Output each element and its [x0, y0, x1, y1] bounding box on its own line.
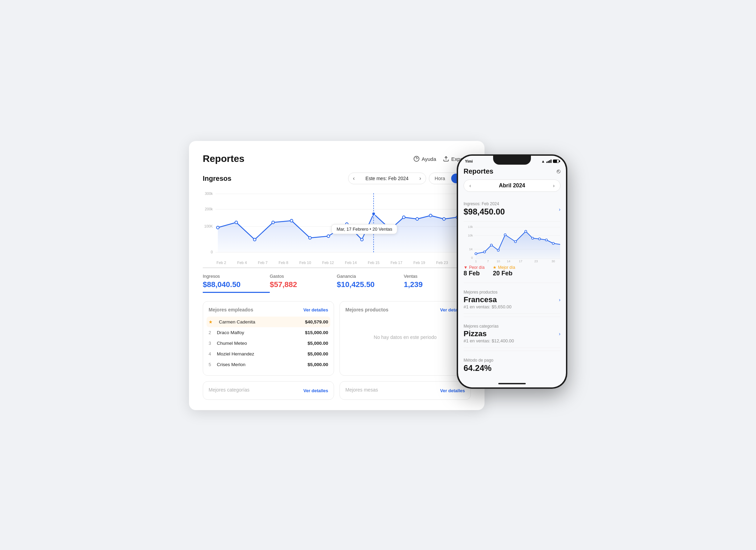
best-employees-card: Mejores empleados Ver detalles ★ Carmen … [203, 301, 334, 376]
employee-amount-4: $5,000.00 [308, 351, 328, 356]
phone-content: Reportes ⎋ ‹ Abril 2024 › Ingresos: Feb … [458, 165, 566, 380]
phone-header: Reportes ⎋ [464, 165, 560, 179]
no-data-message: No hay datos en este periodo [345, 317, 465, 358]
current-date: Este mes: Feb 2024 [359, 174, 415, 183]
share-icon[interactable]: ⎋ [557, 168, 560, 175]
phone-chart-svg: 13k 10k 1K 0 [464, 224, 560, 262]
svg-text:30: 30 [552, 260, 555, 262]
phone-next-date[interactable]: › [553, 183, 555, 188]
svg-point-38 [504, 234, 506, 236]
employee-rank-3: 3 [209, 341, 215, 346]
stat-gastos-label: Gastos [270, 274, 337, 279]
phone-wrapper: Yimi ▲ [457, 155, 567, 388]
svg-point-12 [272, 221, 275, 224]
svg-text:14: 14 [507, 260, 510, 262]
svg-point-20 [402, 216, 405, 219]
svg-point-41 [532, 237, 534, 239]
worst-day-value: 8 Feb [464, 270, 485, 277]
employee-rank-5: 5 [209, 362, 215, 367]
best-mesas-ver-detalles[interactable]: Ver detalles [440, 388, 465, 393]
employee-row-1[interactable]: ★ Carmen Cadenita $40,579.00 [207, 317, 330, 327]
stat-ganancia-label: Ganancia [337, 274, 404, 279]
svg-point-13 [290, 219, 293, 222]
desktop-header: Reportes Ayuda Exportar [203, 153, 471, 164]
phone-payment-section: Método de pago 64.24% [464, 354, 560, 380]
hora-toggle[interactable]: Hora [429, 174, 451, 183]
stat-ganancia[interactable]: Ganancia $10,425.50 [337, 268, 404, 293]
stat-ingresos[interactable]: Ingresos $88,040.50 [203, 268, 270, 293]
chart-svg: 300k 200k 100K 0 [203, 190, 471, 258]
svg-text:0: 0 [211, 250, 213, 254]
employee-amount-1: $40,579.00 [305, 319, 328, 324]
employee-row-4[interactable]: 4 Moziel Hernandez $5,000.00 [209, 349, 328, 359]
svg-point-42 [538, 238, 541, 240]
down-arrow-icon: ▼ [464, 265, 468, 270]
best-products-title: Mejores productos [345, 307, 388, 312]
employee-amount-2: $15,000.00 [305, 330, 328, 335]
battery-icon [553, 160, 559, 163]
best-day-item: ★ Mejor día 20 Feb [493, 265, 515, 277]
best-employees-title: Mejores empleados [209, 307, 253, 312]
export-icon [443, 156, 449, 162]
best-mesas-title: Mejores mesas [345, 387, 378, 393]
x-axis: Feb 2 Feb 4 Feb 7 Feb 8 Feb 10 Feb 12 Fe… [203, 258, 471, 265]
svg-point-37 [497, 249, 499, 251]
worst-day-label: ▼ Peor día [464, 265, 485, 270]
employee-name-5: Crises Merlon [217, 362, 308, 367]
date-pill: ‹ Este mes: Feb 2024 › [348, 173, 426, 184]
divider-2 [464, 317, 560, 317]
ingresos-title: Ingresos [203, 175, 231, 183]
phone-categories-name: Pizzas [464, 329, 514, 338]
help-icon [413, 156, 420, 162]
svg-point-40 [525, 230, 527, 232]
phone-chart: 13k 10k 1K 0 [464, 224, 560, 262]
employee-name-1: Carmen Cadenita [219, 319, 305, 324]
home-bar-area [458, 380, 566, 387]
phone-categories-row[interactable]: Mejores categorías Pizzas #1 en ventas: … [464, 320, 560, 348]
best-categories-ver-detalles[interactable]: Ver detalles [303, 388, 328, 393]
svg-point-14 [309, 236, 311, 239]
svg-text:100K: 100K [204, 224, 213, 228]
help-button[interactable]: Ayuda [413, 156, 436, 162]
svg-text:300k: 300k [205, 191, 213, 196]
page-title: Reportes [203, 153, 244, 164]
svg-point-15 [327, 235, 330, 238]
svg-text:1: 1 [475, 260, 477, 262]
phone-products-row[interactable]: Mejores productos Francesa #1 en ventas:… [464, 286, 560, 314]
employee-row-2[interactable]: 2 Draco Malfoy $15,000.00 [209, 327, 328, 338]
phone-ingresos-label: Ingresos: Feb 2024 [464, 201, 505, 206]
svg-point-19 [389, 228, 392, 231]
stat-ingresos-value: $88,040.50 [203, 280, 270, 289]
svg-point-23 [443, 218, 445, 220]
stat-gastos[interactable]: Gastos $57,882 [270, 268, 337, 293]
svg-point-21 [416, 218, 419, 220]
phone-notch [493, 156, 531, 165]
worst-day-item: ▼ Peor día 8 Feb [464, 265, 485, 277]
tables-row: Mejores empleados Ver detalles ★ Carmen … [203, 301, 471, 376]
phone-products-name: Francesa [464, 295, 512, 304]
best-categories-title: Mejores categorías [209, 387, 249, 393]
employee-name-2: Draco Malfoy [217, 330, 305, 335]
employee-row-5[interactable]: 5 Crises Merlon $5,000.00 [209, 359, 328, 370]
svg-point-22 [429, 214, 432, 217]
svg-point-43 [545, 239, 547, 241]
chart-area: 300k 200k 100K 0 [203, 190, 471, 258]
employee-row-3[interactable]: 3 Chumel Meteo $5,000.00 [209, 338, 328, 349]
phone-payment-label: Método de pago [464, 358, 560, 363]
svg-text:0: 0 [471, 256, 473, 260]
stat-ganancia-value: $10,425.50 [337, 280, 404, 289]
next-date-button[interactable]: › [415, 173, 426, 184]
phone-status-right: ▲ [541, 159, 559, 163]
employee-rank-1: ★ [209, 319, 215, 324]
phone-ingresos-row[interactable]: Ingresos: Feb 2024 $98,450.00 › [464, 197, 560, 222]
svg-point-44 [552, 242, 554, 244]
phone-prev-date[interactable]: ‹ [469, 183, 471, 188]
svg-point-16 [345, 223, 348, 226]
svg-text:10k: 10k [468, 234, 473, 237]
phone-categories-arrow: › [559, 331, 560, 337]
best-categories-card: Mejores categorías Ver detalles [203, 381, 334, 400]
stats-row: Ingresos $88,040.50 Gastos $57,882 Ganan… [203, 267, 471, 293]
prev-date-button[interactable]: ‹ [348, 173, 359, 184]
best-employees-ver-detalles[interactable]: Ver detalles [303, 307, 328, 312]
employee-name-3: Chumel Meteo [217, 341, 308, 346]
